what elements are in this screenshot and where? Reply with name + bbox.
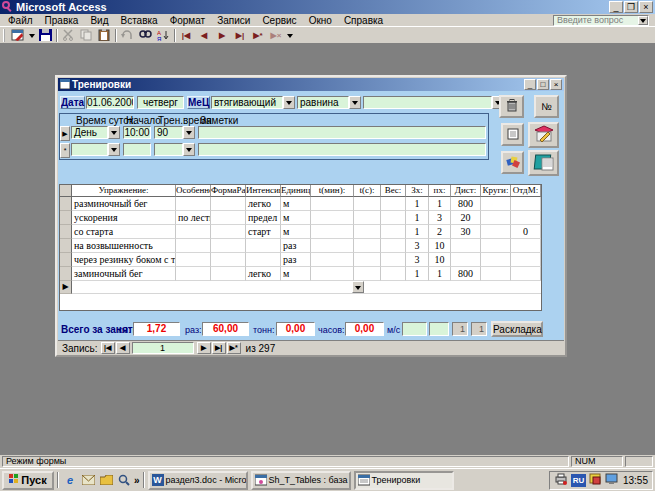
time-of-day-combo[interactable]: День [71,126,120,139]
toolbar-options-icon[interactable] [285,28,295,43]
duration-value[interactable]: 90 [154,126,183,139]
close-button[interactable]: × [639,1,653,13]
chevron-down-icon[interactable] [638,16,648,25]
menu-item-0[interactable]: Файл [2,15,39,26]
taskbar-item-word[interactable]: W раздел3.doc - Microsoft ... [148,471,248,490]
cell[interactable]: через резинку боком с тр [72,253,176,267]
cell[interactable] [176,239,211,253]
search-icon[interactable] [116,472,132,488]
cell[interactable] [211,239,246,253]
cell[interactable] [176,225,211,239]
cell[interactable]: предел [246,211,281,225]
cell[interactable] [211,253,246,267]
cell[interactable] [311,211,354,225]
cell[interactable]: 1 [406,267,429,281]
menu-item-7[interactable]: Окно [303,15,338,26]
cell[interactable]: со старта [72,225,176,239]
row-selector[interactable] [60,211,72,225]
cell[interactable]: м [281,211,311,225]
row-selector[interactable] [60,239,72,253]
copy-icon[interactable] [77,28,95,43]
form-titlebar[interactable]: Тренировки _ □ × [58,78,564,91]
cell[interactable]: 2 [429,225,451,239]
cell[interactable] [481,211,511,225]
sort-ascending-icon[interactable]: АЯ [154,28,172,43]
row-selector[interactable] [60,197,72,211]
cell[interactable] [311,267,354,281]
diary-button[interactable] [528,122,559,148]
menu-item-4[interactable]: Формат [164,15,212,26]
chevron-down-icon[interactable] [183,126,195,139]
duration-combo[interactable]: 90 [154,126,195,139]
layout-button[interactable]: Раскладка [491,321,543,337]
row-selector[interactable] [60,267,72,281]
palette-button[interactable] [501,151,524,174]
cell[interactable] [511,197,541,211]
cell[interactable] [451,239,481,253]
cell[interactable]: 1 [406,197,429,211]
cell[interactable]: 10 [429,239,451,253]
tray-display-icon[interactable] [605,473,618,487]
cell[interactable]: раз [281,253,311,267]
cell[interactable] [354,225,381,239]
column-header[interactable]: Круги: [481,185,511,197]
extra-combo-value[interactable] [363,96,492,109]
chevron-down-icon[interactable] [349,96,361,109]
ask-question-box[interactable]: Введите вопрос [553,15,649,26]
taskbar-item-trenirovki[interactable]: Тренировки [354,471,454,490]
cell[interactable]: ускорения [72,211,176,225]
view-button[interactable] [9,28,27,43]
cell[interactable]: м [281,225,311,239]
cell[interactable] [511,239,541,253]
paste-icon[interactable] [95,28,113,43]
printer-icon[interactable] [554,473,568,487]
next-record-button[interactable]: ▶ [197,342,211,354]
column-header[interactable]: t(мин): [311,185,354,197]
menu-item-8[interactable]: Справка [338,15,389,26]
weekday-field[interactable]: четверг [137,96,184,109]
column-header[interactable]: Зх: [406,185,429,197]
cell[interactable] [381,239,406,253]
first-record-icon[interactable]: |◀ [177,28,195,43]
new-record-icon[interactable]: ▶* [249,28,267,43]
cell[interactable] [381,197,406,211]
cell[interactable]: 1 [406,225,429,239]
cell[interactable]: разминочный бег [72,197,176,211]
mail-icon[interactable] [80,472,96,488]
column-header[interactable]: Вес: [381,185,406,197]
taskbar-clock[interactable]: 13:55 [623,475,648,486]
column-header[interactable]: Единиц [281,185,311,197]
chevron-down-icon[interactable] [183,143,195,156]
cell[interactable]: по лестн [176,211,211,225]
row-selector[interactable]: ▶ [60,126,70,141]
cell[interactable] [511,253,541,267]
cell[interactable] [246,239,281,253]
previous-record-button[interactable]: ◀ [116,342,130,354]
new-row-selector[interactable]: * [60,143,70,158]
column-header[interactable]: Упражнение: [72,185,176,197]
save-button[interactable] [36,28,54,43]
row-selector[interactable] [60,225,72,239]
cell-combo-dropdown-icon[interactable] [352,281,364,293]
cell[interactable] [381,253,406,267]
cell[interactable] [211,225,246,239]
quick-launch-overflow[interactable]: » [134,475,140,486]
current-row-selector[interactable]: ▶ [60,281,72,294]
column-header[interactable]: ОтдМ: [511,185,541,197]
cell[interactable]: 1 [429,267,451,281]
cell[interactable]: старт [246,225,281,239]
record-number-field[interactable]: 1 [132,342,194,354]
cell[interactable]: 800 [451,267,481,281]
form-maximize-button[interactable]: □ [537,79,549,90]
minimize-button[interactable]: _ [609,1,623,13]
cell[interactable]: 3 [429,211,451,225]
restore-button[interactable]: ❐ [624,1,638,13]
cell[interactable] [176,197,211,211]
language-indicator[interactable]: RU [571,474,586,487]
cell[interactable] [354,239,381,253]
cell[interactable]: 800 [451,197,481,211]
previous-record-icon[interactable]: ◀ [195,28,213,43]
find-icon[interactable] [136,28,154,43]
undo-icon[interactable] [118,28,136,43]
cell[interactable]: м [281,197,311,211]
